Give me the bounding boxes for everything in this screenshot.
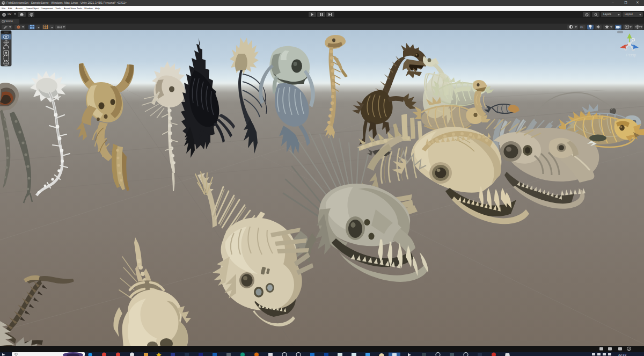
svg-text:22:19: 22:19 [618, 353, 627, 356]
svg-text:Persp: Persp [626, 53, 636, 57]
